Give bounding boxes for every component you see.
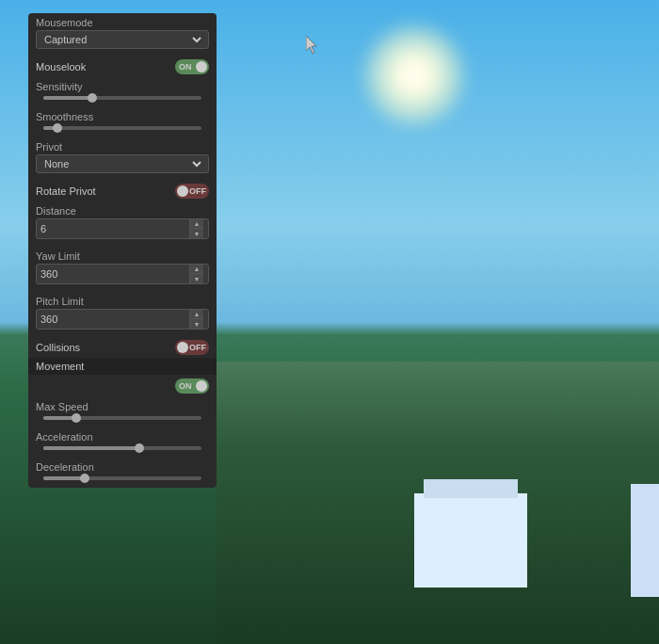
collisions-state: OFF <box>189 343 206 352</box>
collisions-thumb <box>177 342 188 353</box>
smoothness-slider-container <box>36 124 209 134</box>
acceleration-label: Acceleration <box>36 431 209 443</box>
pivot-section: Privot None <box>28 137 217 181</box>
control-panel: Mousemode Captured Mouselook ON Sensitiv… <box>28 13 217 488</box>
distance-up-arrow[interactable]: ▲ <box>190 219 203 229</box>
deceleration-section: Deceleration <box>28 458 217 488</box>
acceleration-fill <box>43 446 138 450</box>
distance-arrows: ▲ ▼ <box>189 219 202 238</box>
mouselook-toggle[interactable]: ON <box>175 59 209 74</box>
collisions-label: Collisions <box>36 342 80 353</box>
yaw-limit-label: Yaw Limit <box>36 250 209 262</box>
sensitivity-label: Sensitivity <box>36 81 209 92</box>
svg-marker-0 <box>306 36 316 54</box>
rotate-pivot-toggle[interactable]: OFF <box>175 184 209 199</box>
sensitivity-section: Sensitivity <box>28 77 217 107</box>
rotate-pivot-state: OFF <box>189 186 206 196</box>
mouselook-label: Mouselook <box>36 61 86 72</box>
acceleration-thumb[interactable] <box>135 443 144 453</box>
pitch-arrows: ▲ ▼ <box>189 310 202 329</box>
mouselook-row: Mouselook ON <box>28 56 217 77</box>
sensitivity-slider-track[interactable] <box>43 96 201 100</box>
smoothness-thumb[interactable] <box>53 123 62 133</box>
movement-label: Movement <box>36 361 84 372</box>
movement-toggle-row: ON <box>28 375 217 397</box>
mousemode-dropdown[interactable]: Captured <box>36 30 209 49</box>
max-speed-label: Max Speed <box>36 401 209 412</box>
rotate-pivot-label: Rotate Privot <box>36 185 96 197</box>
building-1 <box>414 493 527 588</box>
mousemode-select[interactable]: Captured <box>40 33 204 46</box>
deceleration-slider-track[interactable] <box>43 476 201 480</box>
pitch-limit-section: Pitch Limit ▲ ▼ <box>28 292 217 337</box>
collisions-row: Collisions OFF <box>28 337 217 358</box>
distance-label: Distance <box>36 205 209 217</box>
mouse-cursor <box>306 36 321 55</box>
pitch-input-row: ▲ ▼ <box>36 309 209 330</box>
collisions-track[interactable]: OFF <box>175 340 209 355</box>
rotate-pivot-row: Rotate Privot OFF <box>28 181 217 201</box>
sensitivity-slider-container <box>36 94 209 104</box>
mouselook-thumb <box>196 61 207 72</box>
building-2 <box>631 484 659 597</box>
yaw-limit-section: Yaw Limit ▲ ▼ <box>28 247 217 292</box>
deceleration-slider-container <box>36 475 209 484</box>
distance-section: Distance ▲ ▼ <box>28 201 217 247</box>
smoothness-label: Smoothness <box>36 111 209 122</box>
sensitivity-fill <box>43 96 90 100</box>
acceleration-slider-track[interactable] <box>43 446 201 450</box>
movement-toggle[interactable]: ON <box>175 378 209 394</box>
max-speed-slider-track[interactable] <box>43 416 201 420</box>
movement-state: ON <box>179 381 192 391</box>
pitch-limit-label: Pitch Limit <box>36 296 209 307</box>
mouselook-state: ON <box>179 62 192 72</box>
pivot-select[interactable]: None <box>40 157 204 170</box>
max-speed-fill <box>43 416 75 420</box>
max-speed-thumb[interactable] <box>72 413 81 423</box>
movement-header: Movement <box>28 358 217 375</box>
yaw-down-arrow[interactable]: ▼ <box>190 274 203 283</box>
movement-thumb <box>196 380 207 392</box>
pitch-input[interactable] <box>37 312 189 327</box>
pivot-label: Privot <box>36 141 209 153</box>
sensitivity-thumb[interactable] <box>88 93 97 103</box>
yaw-up-arrow[interactable]: ▲ <box>190 265 203 274</box>
smoothness-slider-track[interactable] <box>43 126 201 130</box>
smoothness-section: Smoothness <box>28 107 217 137</box>
pitch-up-arrow[interactable]: ▲ <box>190 310 203 319</box>
deceleration-label: Deceleration <box>36 461 209 473</box>
rotate-pivot-thumb <box>177 185 188 197</box>
distance-input-row: ▲ ▼ <box>36 218 209 239</box>
mousemode-section: Mousemode Captured <box>28 13 217 56</box>
mousemode-label: Mousemode <box>36 17 209 28</box>
sun-glow <box>358 19 471 132</box>
pivot-dropdown[interactable]: None <box>36 154 209 173</box>
distance-input[interactable] <box>37 221 189 236</box>
collisions-toggle[interactable]: OFF <box>175 340 209 355</box>
rotate-pivot-track[interactable]: OFF <box>175 184 209 199</box>
max-speed-slider-container <box>36 414 209 424</box>
distance-down-arrow[interactable]: ▼ <box>190 229 203 238</box>
deceleration-fill <box>43 476 83 480</box>
max-speed-section: Max Speed <box>28 397 217 427</box>
mouselook-track[interactable]: ON <box>175 59 209 74</box>
yaw-arrows: ▲ ▼ <box>189 265 202 283</box>
movement-track[interactable]: ON <box>175 378 209 394</box>
acceleration-slider-container <box>36 444 209 454</box>
deceleration-thumb[interactable] <box>80 474 89 483</box>
yaw-input-row: ▲ ▼ <box>36 264 209 284</box>
building-1-top <box>424 479 518 498</box>
yaw-input[interactable] <box>37 266 189 282</box>
acceleration-section: Acceleration <box>28 427 217 458</box>
pitch-down-arrow[interactable]: ▼ <box>190 319 203 329</box>
